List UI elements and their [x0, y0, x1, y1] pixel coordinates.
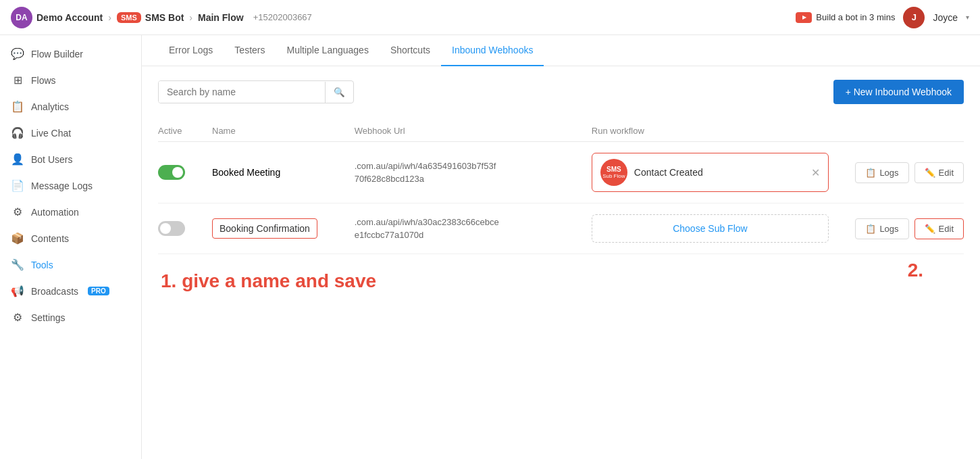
- sidebar-item-flows[interactable]: ⊞ Flows: [0, 67, 141, 93]
- live-chat-icon: 🎧: [11, 126, 24, 139]
- sidebar-item-label: Settings: [31, 312, 66, 323]
- content-area: 🔍 + New Inbound Webhook Active Name Webh…: [142, 66, 980, 459]
- header-name: Name: [212, 126, 355, 136]
- toolbar: 🔍 + New Inbound Webhook: [158, 80, 964, 104]
- header-active: Active: [158, 126, 212, 136]
- table-header: Active Name Webhook Url Run workflow: [158, 120, 964, 142]
- new-webhook-button[interactable]: + New Inbound Webhook: [833, 80, 964, 104]
- sidebar-item-label: Flows: [31, 75, 56, 86]
- tab-bar: Error Logs Testers Multiple Languages Sh…: [142, 35, 980, 66]
- row2-actions: 📋 Logs ✏️ Edit: [829, 218, 964, 239]
- edit-button-2[interactable]: ✏️ Edit: [914, 218, 964, 239]
- edit-button-1[interactable]: ✏️ Edit: [914, 162, 964, 183]
- search-input[interactable]: [159, 81, 325, 103]
- bot-users-icon: 👤: [11, 153, 24, 166]
- edit-icon-2: ✏️: [925, 224, 935, 234]
- table-row: Booking Confirmation .com.au/api/iwh/a30…: [158, 203, 964, 254]
- edit-icon-1: ✏️: [925, 168, 935, 178]
- sidebar-item-label: Message Logs: [31, 180, 93, 191]
- search-box: 🔍: [158, 80, 354, 103]
- tab-inbound-webhooks[interactable]: Inbound Webhooks: [441, 35, 544, 66]
- topnav: DA Demo Account › SMS SMS Bot › Main Flo…: [0, 0, 980, 35]
- bot-name[interactable]: SMS Bot: [145, 12, 184, 23]
- annotation-step1: 1. give a name and save: [158, 270, 379, 292]
- sidebar-item-label: Analytics: [31, 101, 69, 112]
- logs-button-1[interactable]: 📋 Logs: [855, 162, 908, 183]
- logs-button-2[interactable]: 📋 Logs: [855, 218, 908, 239]
- flow-builder-icon: 💬: [11, 47, 24, 60]
- active-toggle-2[interactable]: [158, 221, 185, 236]
- row2-active: [158, 221, 212, 236]
- main-content: Error Logs Testers Multiple Languages Sh…: [142, 35, 980, 459]
- account-avatar: DA: [11, 7, 32, 28]
- phone-number: +15202003667: [253, 12, 312, 22]
- row1-actions: 📋 Logs ✏️ Edit: [829, 162, 964, 183]
- sidebar-item-label: Tools: [31, 260, 53, 270]
- logs-icon-2: 📋: [865, 224, 876, 234]
- breadcrumb-sep1: ›: [108, 12, 111, 23]
- header-run-workflow: Run workflow: [592, 126, 829, 136]
- table-row: Booked Meeting .com.au/api/iwh/4a6354916…: [158, 142, 964, 203]
- row1-workflow: SMS Sub Flow Contact Created ✕: [592, 153, 829, 192]
- app-body: 💬 Flow Builder ⊞ Flows 📋 Analytics 🎧 Liv…: [0, 35, 980, 459]
- tab-testers[interactable]: Testers: [224, 35, 276, 66]
- sidebar-item-flow-builder[interactable]: 💬 Flow Builder: [0, 41, 141, 67]
- topnav-right: Build a bot in 3 mins J Joyce ▾: [796, 7, 969, 28]
- row2-name: Booking Confirmation: [212, 223, 355, 234]
- search-button[interactable]: 🔍: [325, 82, 353, 103]
- pro-badge: PRO: [88, 287, 109, 295]
- sidebar-item-message-logs[interactable]: 📄 Message Logs: [0, 172, 141, 199]
- subflow-close-button[interactable]: ✕: [811, 166, 820, 179]
- sidebar-item-label: Live Chat: [31, 128, 71, 139]
- logs-icon-1: 📋: [865, 168, 876, 178]
- row2-workflow: Choose Sub Flow: [592, 214, 829, 243]
- header-actions: [829, 126, 964, 136]
- automation-icon: ⚙: [11, 206, 24, 218]
- sidebar-item-label: Flow Builder: [31, 49, 83, 59]
- breadcrumb: DA Demo Account › SMS SMS Bot › Main Flo…: [11, 7, 312, 28]
- tab-error-logs[interactable]: Error Logs: [158, 35, 224, 66]
- sidebar-item-analytics[interactable]: 📋 Analytics: [0, 93, 141, 120]
- contents-icon: 📦: [11, 232, 24, 245]
- sidebar-item-label: Contents: [31, 233, 69, 244]
- active-toggle-1[interactable]: [158, 165, 185, 180]
- tab-shortcuts[interactable]: Shortcuts: [380, 35, 441, 66]
- choose-subflow-button[interactable]: Choose Sub Flow: [592, 214, 829, 243]
- settings-icon: ⚙: [11, 311, 24, 324]
- sidebar-item-contents[interactable]: 📦 Contents: [0, 225, 141, 251]
- sidebar: 💬 Flow Builder ⊞ Flows 📋 Analytics 🎧 Liv…: [0, 35, 142, 459]
- row1-name: Booked Meeting: [212, 167, 355, 178]
- youtube-icon: [796, 12, 812, 23]
- account-name[interactable]: Demo Account: [36, 12, 103, 23]
- tools-icon: 🔧: [11, 258, 24, 271]
- broadcasts-icon: 📢: [11, 285, 24, 297]
- message-logs-icon: 📄: [11, 179, 24, 192]
- user-avatar: J: [903, 7, 925, 28]
- sidebar-item-broadcasts[interactable]: 📢 Broadcasts PRO: [0, 278, 141, 304]
- annotation-step2: 2.: [908, 260, 923, 281]
- sidebar-item-live-chat[interactable]: 🎧 Live Chat: [0, 120, 141, 146]
- subflow-badge: SMS Sub Flow: [600, 159, 627, 186]
- sidebar-item-label: Automation: [31, 207, 79, 218]
- header-webhook-url: Webhook Url: [355, 126, 592, 136]
- subflow-box: SMS Sub Flow Contact Created ✕: [592, 153, 829, 192]
- sidebar-item-tools[interactable]: 🔧 Tools: [0, 251, 141, 278]
- tab-multiple-languages[interactable]: Multiple Languages: [276, 35, 379, 66]
- sms-badge: SMS: [117, 12, 141, 23]
- booking-confirmation-name: Booking Confirmation: [212, 218, 317, 239]
- user-dropdown-arrow[interactable]: ▾: [966, 14, 969, 21]
- sidebar-item-bot-users[interactable]: 👤 Bot Users: [0, 146, 141, 172]
- sidebar-item-settings[interactable]: ⚙ Settings: [0, 304, 141, 331]
- row1-url: .com.au/api/iwh/4a635491603b7f53f 70f628…: [355, 160, 592, 186]
- breadcrumb-sep2: ›: [189, 12, 192, 23]
- flow-name[interactable]: Main Flow: [198, 12, 244, 23]
- row1-active: [158, 165, 212, 180]
- sidebar-item-label: Bot Users: [31, 154, 72, 165]
- subflow-name: Contact Created: [634, 167, 804, 178]
- analytics-icon: 📋: [11, 100, 24, 113]
- sidebar-item-automation[interactable]: ⚙ Automation: [0, 199, 141, 225]
- user-name: Joyce: [933, 12, 958, 23]
- build-bot-button[interactable]: Build a bot in 3 mins: [796, 12, 895, 23]
- flows-icon: ⊞: [11, 74, 24, 87]
- annotations-row: 1. give a name and save 2.: [158, 260, 964, 292]
